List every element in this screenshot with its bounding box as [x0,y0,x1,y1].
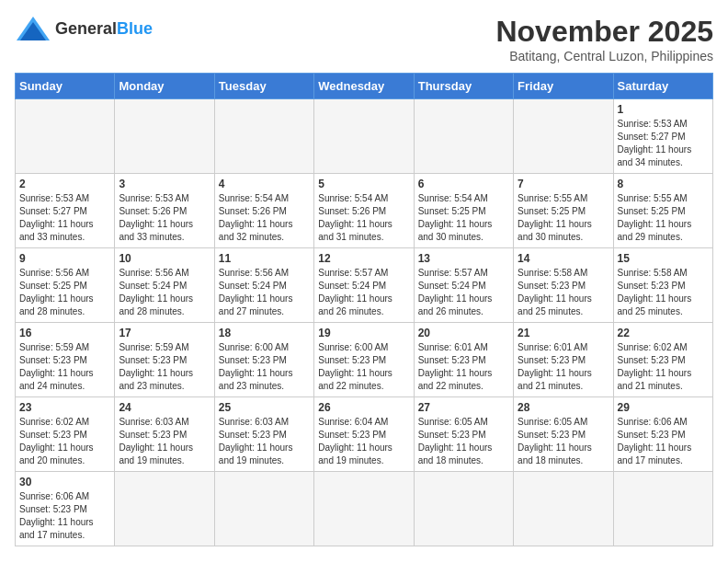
calendar-cell [514,472,613,546]
day-number: 18 [219,327,310,339]
logo-icon [15,15,51,42]
day-number: 24 [119,401,210,414]
calendar-cell: 13Sunrise: 5:57 AM Sunset: 5:24 PM Dayli… [414,248,513,323]
calendar-cell: 11Sunrise: 5:56 AM Sunset: 5:24 PM Dayli… [214,248,313,323]
day-info: Sunrise: 5:58 AM Sunset: 5:23 PM Dayligh… [618,267,709,318]
calendar-cell [314,99,414,174]
day-number: 29 [618,401,709,414]
day-number: 11 [219,252,310,265]
calendar-cell: 21Sunrise: 6:01 AM Sunset: 5:23 PM Dayli… [514,323,613,397]
day-info: Sunrise: 5:55 AM Sunset: 5:25 PM Dayligh… [618,192,709,244]
day-number: 2 [19,178,110,190]
day-info: Sunrise: 5:54 AM Sunset: 5:26 PM Dayligh… [219,192,310,244]
day-number: 17 [119,327,210,339]
calendar-cell: 7Sunrise: 5:55 AM Sunset: 5:25 PM Daylig… [514,174,613,248]
weekday-header-sunday: Sunday [16,74,115,99]
day-number: 1 [618,103,709,116]
calendar-cell: 1Sunrise: 5:53 AM Sunset: 5:27 PM Daylig… [613,99,712,174]
day-info: Sunrise: 6:03 AM Sunset: 5:23 PM Dayligh… [219,416,310,467]
day-number: 19 [318,327,409,339]
calendar-cell: 4Sunrise: 5:54 AM Sunset: 5:26 PM Daylig… [214,174,313,248]
calendar-cell: 14Sunrise: 5:58 AM Sunset: 5:23 PM Dayli… [514,248,613,323]
calendar-cell [314,472,414,546]
day-number: 10 [119,252,210,265]
calendar-cell: 25Sunrise: 6:03 AM Sunset: 5:23 PM Dayli… [214,397,313,472]
calendar-cell [214,99,313,174]
day-info: Sunrise: 5:57 AM Sunset: 5:24 PM Dayligh… [318,267,409,318]
calendar-cell: 10Sunrise: 5:56 AM Sunset: 5:24 PM Dayli… [115,248,214,323]
calendar-cell: 22Sunrise: 6:02 AM Sunset: 5:23 PM Dayli… [613,323,712,397]
day-info: Sunrise: 5:58 AM Sunset: 5:23 PM Dayligh… [518,267,609,318]
day-number: 12 [318,252,409,265]
day-number: 23 [19,401,110,414]
day-info: Sunrise: 6:05 AM Sunset: 5:23 PM Dayligh… [518,416,609,467]
calendar-cell: 3Sunrise: 5:53 AM Sunset: 5:26 PM Daylig… [115,174,214,248]
page-header: GeneralBlue November 2025 Batitang, Cent… [15,15,713,63]
day-info: Sunrise: 6:02 AM Sunset: 5:23 PM Dayligh… [19,416,110,467]
calendar-cell: 29Sunrise: 6:06 AM Sunset: 5:23 PM Dayli… [613,397,712,472]
weekday-header-monday: Monday [115,74,214,99]
weekday-header-row: SundayMondayTuesdayWednesdayThursdayFrid… [16,74,713,99]
day-info: Sunrise: 5:59 AM Sunset: 5:23 PM Dayligh… [119,341,210,393]
calendar-cell: 12Sunrise: 5:57 AM Sunset: 5:24 PM Dayli… [314,248,414,323]
day-number: 6 [418,178,509,190]
day-number: 16 [19,327,110,339]
weekday-header-tuesday: Tuesday [214,74,313,99]
day-info: Sunrise: 6:03 AM Sunset: 5:23 PM Dayligh… [119,416,210,467]
calendar-cell: 27Sunrise: 6:05 AM Sunset: 5:23 PM Dayli… [414,397,513,472]
calendar-cell: 28Sunrise: 6:05 AM Sunset: 5:23 PM Dayli… [514,397,613,472]
calendar-cell [414,99,513,174]
day-number: 30 [19,476,110,488]
day-info: Sunrise: 5:53 AM Sunset: 5:27 PM Dayligh… [618,118,709,169]
title-area: November 2025 Batitang, Central Luzon, P… [495,15,713,63]
logo-area: GeneralBlue [15,15,153,42]
weekday-header-saturday: Saturday [613,74,712,99]
day-number: 25 [219,401,310,414]
day-number: 26 [318,401,409,414]
day-number: 9 [19,252,110,265]
calendar-week-row: 2Sunrise: 5:53 AM Sunset: 5:27 PM Daylig… [16,174,713,248]
day-info: Sunrise: 6:06 AM Sunset: 5:23 PM Dayligh… [618,416,709,467]
calendar-cell [514,99,613,174]
calendar-cell: 30Sunrise: 6:06 AM Sunset: 5:23 PM Dayli… [16,472,115,546]
calendar-cell: 16Sunrise: 5:59 AM Sunset: 5:23 PM Dayli… [16,323,115,397]
calendar-cell: 20Sunrise: 6:01 AM Sunset: 5:23 PM Dayli… [414,323,513,397]
day-info: Sunrise: 6:00 AM Sunset: 5:23 PM Dayligh… [318,341,409,393]
day-info: Sunrise: 6:06 AM Sunset: 5:23 PM Dayligh… [19,490,110,542]
calendar-cell: 24Sunrise: 6:03 AM Sunset: 5:23 PM Dayli… [115,397,214,472]
calendar-cell: 15Sunrise: 5:58 AM Sunset: 5:23 PM Dayli… [613,248,712,323]
calendar-cell: 19Sunrise: 6:00 AM Sunset: 5:23 PM Dayli… [314,323,414,397]
day-info: Sunrise: 5:53 AM Sunset: 5:27 PM Dayligh… [19,192,110,244]
day-info: Sunrise: 5:54 AM Sunset: 5:26 PM Dayligh… [318,192,409,244]
day-number: 14 [518,252,609,265]
day-number: 28 [518,401,609,414]
day-number: 7 [518,178,609,190]
calendar-week-row: 16Sunrise: 5:59 AM Sunset: 5:23 PM Dayli… [16,323,713,397]
day-number: 4 [219,178,310,190]
day-info: Sunrise: 5:55 AM Sunset: 5:25 PM Dayligh… [518,192,609,244]
calendar-week-row: 23Sunrise: 6:02 AM Sunset: 5:23 PM Dayli… [16,397,713,472]
calendar-cell [613,472,712,546]
day-number: 21 [518,327,609,339]
calendar-cell [16,99,115,174]
day-info: Sunrise: 5:59 AM Sunset: 5:23 PM Dayligh… [19,341,110,393]
calendar-week-row: 9Sunrise: 5:56 AM Sunset: 5:25 PM Daylig… [16,248,713,323]
calendar-cell: 9Sunrise: 5:56 AM Sunset: 5:25 PM Daylig… [16,248,115,323]
day-info: Sunrise: 6:01 AM Sunset: 5:23 PM Dayligh… [518,341,609,393]
calendar-cell: 26Sunrise: 6:04 AM Sunset: 5:23 PM Dayli… [314,397,414,472]
calendar-cell: 2Sunrise: 5:53 AM Sunset: 5:27 PM Daylig… [16,174,115,248]
logo-text: GeneralBlue [55,20,153,37]
calendar-table: SundayMondayTuesdayWednesdayThursdayFrid… [15,73,713,546]
calendar-week-row: 1Sunrise: 5:53 AM Sunset: 5:27 PM Daylig… [16,99,713,174]
day-info: Sunrise: 6:05 AM Sunset: 5:23 PM Dayligh… [418,416,509,467]
weekday-header-thursday: Thursday [414,74,513,99]
weekday-header-wednesday: Wednesday [314,74,414,99]
calendar-cell [214,472,313,546]
calendar-cell: 6Sunrise: 5:54 AM Sunset: 5:25 PM Daylig… [414,174,513,248]
calendar-cell [115,472,214,546]
day-number: 22 [618,327,709,339]
calendar-cell [414,472,513,546]
day-number: 27 [418,401,509,414]
day-number: 20 [418,327,509,339]
day-number: 5 [318,178,409,190]
